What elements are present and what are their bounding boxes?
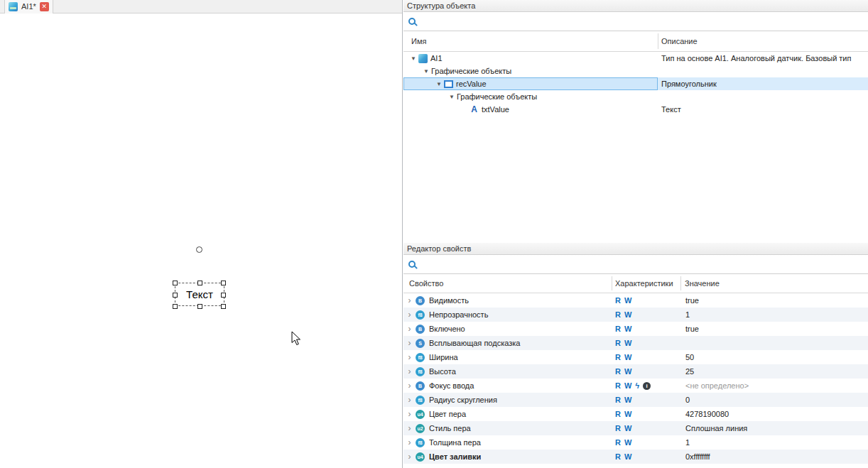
property-row-Стиль пера[interactable]: ›u2Стиль пераRWСплошная линия <box>403 421 868 435</box>
resize-handle-s[interactable] <box>197 304 202 309</box>
chevron-right-icon[interactable]: › <box>403 295 416 305</box>
property-row-Видимость[interactable]: ›BВидимостьRWtrue <box>403 293 868 308</box>
properties-search-bar <box>403 255 868 274</box>
datatype-badge-icon: f8 <box>416 310 425 320</box>
property-name-cell: ›BФокус ввода <box>403 379 612 393</box>
chevron-right-icon[interactable]: › <box>403 366 416 376</box>
resize-handle-nw[interactable] <box>173 281 178 285</box>
editor-tab-ai1[interactable]: AI1* ✕ <box>4 0 53 13</box>
property-row-Высота[interactable]: ›f8ВысотаRW25 <box>403 364 868 379</box>
chevron-down-icon[interactable]: ▼ <box>447 94 457 100</box>
read-flag: R <box>615 381 621 390</box>
property-name-cell: ›f8Толщина пера <box>403 435 612 450</box>
chevron-right-icon[interactable]: › <box>403 409 416 419</box>
write-flag: W <box>624 396 631 404</box>
rotation-center-marker[interactable] <box>196 246 202 253</box>
chevron-right-icon[interactable]: › <box>403 310 416 320</box>
property-row-Радиус скругления[interactable]: ›f8Радиус скругленияRW0 <box>403 393 868 407</box>
design-canvas[interactable]: Текст <box>0 13 402 468</box>
datatype-badge-icon: S <box>416 339 425 348</box>
write-flag: W <box>624 410 631 418</box>
property-value[interactable]: 1 <box>680 310 868 319</box>
rectangle-icon <box>444 80 453 88</box>
column-header-name[interactable]: Имя <box>411 31 426 51</box>
property-value[interactable]: Сплошная линия <box>680 424 868 432</box>
property-value[interactable]: 25 <box>680 367 868 376</box>
resize-handle-ne[interactable] <box>221 281 226 285</box>
property-value[interactable]: 4278190080 <box>680 410 868 418</box>
datatype-badge-icon: f8 <box>416 396 425 405</box>
selected-text-object[interactable]: Текст <box>175 283 224 306</box>
chevron-right-icon[interactable]: › <box>403 437 416 447</box>
chevron-right-icon[interactable]: › <box>403 452 416 462</box>
tree-row-Графические объекты[interactable]: ▼Графические объекты <box>403 90 868 103</box>
chevron-down-icon[interactable]: ▼ <box>434 81 444 87</box>
tree-node-description: Прямоугольник <box>658 77 868 90</box>
tree-name-cell: AtxtValue <box>403 103 658 116</box>
property-row-Ширина[interactable]: ›f8ШиринаRW50 <box>403 350 868 364</box>
tree-node-label: txtValue <box>482 105 509 114</box>
characteristics-cell: RW <box>612 438 680 447</box>
property-name: Цвет заливки <box>429 452 481 461</box>
property-row[interactable]: RW <box>403 464 868 468</box>
tree-node-label: Графические объекты <box>457 92 537 101</box>
property-value[interactable]: 50 <box>680 353 868 361</box>
property-value[interactable]: 0xffffffff <box>680 452 868 461</box>
resize-handle-w[interactable] <box>173 293 178 298</box>
text-icon: A <box>470 105 479 114</box>
property-row-Непрозрачность[interactable]: ›f8НепрозрачностьRW1 <box>403 308 868 322</box>
property-row-Толщина пера[interactable]: ›f8Толщина пераRW1 <box>403 435 868 450</box>
chevron-down-icon[interactable]: ▼ <box>408 55 418 62</box>
chevron-down-icon[interactable]: ▼ <box>421 68 431 75</box>
chevron-right-icon[interactable]: › <box>403 395 416 405</box>
property-row-Всплывающая подсказка[interactable]: ›SВсплывающая подсказкаRW <box>403 336 868 350</box>
resize-handle-e[interactable] <box>221 293 226 298</box>
object-structure-panel: Структура объекта Имя Описание ▼AI1Тип н… <box>403 0 868 243</box>
info-icon: i <box>643 382 651 390</box>
column-separator[interactable] <box>612 276 612 290</box>
column-header-property[interactable]: Свойство <box>409 274 443 293</box>
chevron-right-icon[interactable]: › <box>403 324 416 334</box>
right-dock: Структура объекта Имя Описание ▼AI1Тип н… <box>403 0 868 468</box>
property-row-Цвет заливки[interactable]: ›u4Цвет заливкиRW0xffffffff <box>403 450 868 464</box>
properties-table: ›BВидимостьRWtrue›f8НепрозрачностьRW1›BВ… <box>403 293 868 468</box>
write-flag: W <box>624 438 631 447</box>
tree-row-AI1[interactable]: ▼AI1Тип на основе AI1. Аналоговый датчик… <box>403 52 868 65</box>
write-flag: W <box>624 353 631 361</box>
property-row-Цвет пера[interactable]: ›u4Цвет пераRW4278190080 <box>403 407 868 421</box>
resize-handle-se[interactable] <box>221 304 226 309</box>
characteristics-cell: RW <box>612 339 680 347</box>
tree-name-cell: ▼recValue <box>403 77 658 90</box>
properties-search-input[interactable] <box>421 255 868 273</box>
tree-row-Графические объекты[interactable]: ▼Графические объекты <box>403 65 868 77</box>
column-header-value[interactable]: Значение <box>685 274 720 293</box>
property-value[interactable]: true <box>680 296 868 305</box>
chevron-right-icon[interactable]: › <box>403 352 416 362</box>
property-row-Фокус ввода[interactable]: ›BФокус вводаRWϟi<не определено> <box>403 379 868 393</box>
column-header-characteristics[interactable]: Характеристики <box>615 274 673 293</box>
column-separator[interactable] <box>658 33 658 49</box>
resize-handle-sw[interactable] <box>173 304 178 309</box>
property-value[interactable]: 1 <box>680 438 868 447</box>
chevron-right-icon[interactable]: › <box>403 423 416 433</box>
chevron-right-icon[interactable]: › <box>403 381 416 391</box>
read-flag: R <box>615 353 621 361</box>
tree-row-txtValue[interactable]: AtxtValueТекст <box>403 103 868 116</box>
property-value[interactable]: 0 <box>680 396 868 404</box>
column-header-description[interactable]: Описание <box>661 31 698 51</box>
write-flag: W <box>624 367 631 376</box>
property-value[interactable]: true <box>680 325 868 333</box>
tree-node-description <box>658 90 868 103</box>
close-icon[interactable]: ✕ <box>40 2 49 11</box>
chevron-right-icon[interactable]: › <box>403 338 416 348</box>
characteristics-cell: RW <box>612 452 680 461</box>
property-row-Включено[interactable]: ›BВключеноRWtrue <box>403 322 868 336</box>
object-type-icon <box>418 54 428 63</box>
property-value[interactable]: <не определено> <box>680 381 868 390</box>
column-separator[interactable] <box>680 276 681 290</box>
structure-search-input[interactable] <box>421 12 868 31</box>
resize-handle-n[interactable] <box>197 281 202 285</box>
characteristics-cell: RW <box>612 296 680 305</box>
characteristics-cell: RW <box>612 353 680 361</box>
tree-row-recValue[interactable]: ▼recValueПрямоугольник <box>403 77 868 90</box>
